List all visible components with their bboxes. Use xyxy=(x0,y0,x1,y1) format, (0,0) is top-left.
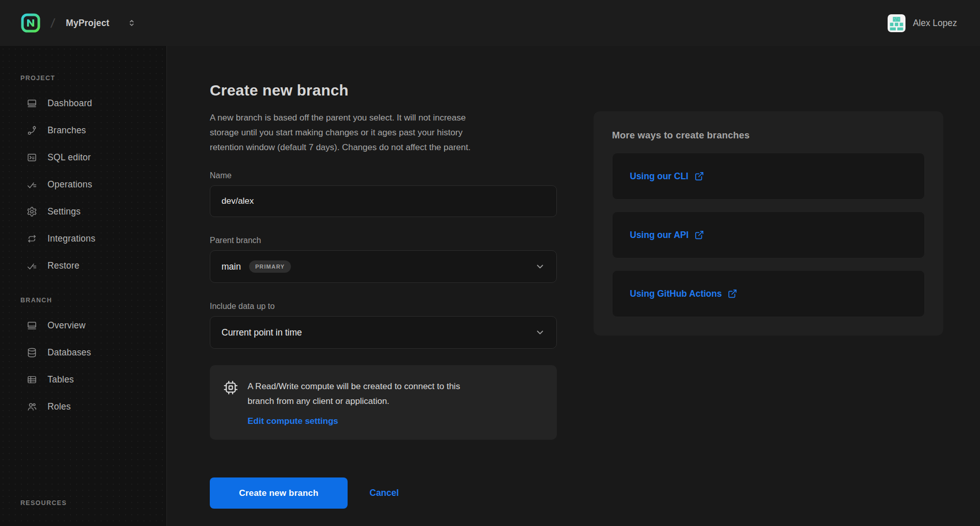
project-selector-button[interactable] xyxy=(127,18,137,28)
help-link-label: Using our CLI xyxy=(630,171,689,182)
gear-icon xyxy=(27,206,37,217)
database-icon xyxy=(27,347,37,358)
users-icon xyxy=(27,401,37,412)
user-name: Alex Lopez xyxy=(913,18,957,29)
sidebar-item-integrations[interactable]: Integrations xyxy=(20,225,166,252)
help-link-using-our-cli[interactable]: Using our CLI xyxy=(630,171,704,182)
include-data-select[interactable]: Current point in time xyxy=(210,316,557,349)
breadcrumb-separator: / xyxy=(50,16,56,31)
compute-info-box: A Read/Write compute will be created to … xyxy=(210,365,557,440)
window-icon xyxy=(27,98,37,109)
more-ways-title: More ways to create branches xyxy=(612,130,925,141)
sidebar-item-label: Restore xyxy=(47,260,80,271)
compute-note: A Read/Write compute will be created to … xyxy=(248,379,460,409)
sidebar-section-label: PROJECT xyxy=(20,75,166,82)
user-menu[interactable]: Alex Lopez xyxy=(888,14,957,32)
external-link-icon xyxy=(694,171,704,181)
sidebar-item-label: Integrations xyxy=(47,233,95,244)
help-link-using-github-actions[interactable]: Using GitHub Actions xyxy=(630,289,738,299)
parent-branch-label: Parent branch xyxy=(210,236,557,245)
branch-name-input[interactable] xyxy=(210,185,557,217)
help-cards: Using our CLIUsing our APIUsing GitHub A… xyxy=(612,153,925,317)
help-link-label: Using our API xyxy=(630,230,689,241)
sidebar-item-databases[interactable]: Databases xyxy=(20,339,166,366)
help-card-using-our-api[interactable]: Using our API xyxy=(612,211,925,258)
cancel-button[interactable]: Cancel xyxy=(370,488,399,498)
help-link-label: Using GitHub Actions xyxy=(630,289,722,299)
repeat-icon xyxy=(27,233,37,244)
sidebar-item-label: Operations xyxy=(47,179,92,190)
sidebar-section-resources: RESOURCES xyxy=(20,499,166,507)
sidebar-section-label: BRANCH xyxy=(20,297,166,304)
check-list-icon xyxy=(27,260,37,271)
top-header: / MyProject xyxy=(0,0,980,46)
sidebar-section-project: PROJECTDashboardBranchesSQL editorOperat… xyxy=(20,75,166,279)
page-description: A new branch is based off the parent you… xyxy=(210,110,557,155)
table-icon xyxy=(27,374,37,385)
name-label: Name xyxy=(210,171,557,180)
sidebar-item-sql-editor[interactable]: SQL editor xyxy=(20,144,166,171)
sidebar-item-roles[interactable]: Roles xyxy=(20,393,166,420)
chevron-down-icon xyxy=(535,327,545,338)
main-content: Create new branch A new branch is based … xyxy=(167,46,980,526)
sidebar-item-label: Settings xyxy=(47,206,81,217)
help-link-using-our-api[interactable]: Using our API xyxy=(630,230,704,241)
parent-branch-select[interactable]: main PRIMARY xyxy=(210,250,557,283)
parent-branch-value: main xyxy=(222,261,241,272)
sidebar-item-overview[interactable]: Overview xyxy=(20,312,166,339)
chevron-down-icon xyxy=(535,261,545,272)
terminal-icon xyxy=(27,152,37,163)
sidebar-item-restore[interactable]: Restore xyxy=(20,252,166,279)
window-icon xyxy=(27,320,37,331)
project-name: MyProject xyxy=(66,18,109,29)
sidebar-item-branches[interactable]: Branches xyxy=(20,117,166,144)
sidebar-item-label: Dashboard xyxy=(47,98,92,109)
sidebar-item-label: Overview xyxy=(47,320,86,331)
sidebar-item-label: Databases xyxy=(47,347,91,358)
sidebar-item-label: Branches xyxy=(47,125,86,136)
chevrons-up-down-icon xyxy=(127,18,137,28)
sidebar-section-branch: BRANCHOverviewDatabasesTablesRoles xyxy=(20,297,166,420)
external-link-icon xyxy=(727,289,738,299)
sidebar: PROJECTDashboardBranchesSQL editorOperat… xyxy=(0,46,167,526)
sidebar-item-label: Tables xyxy=(47,374,74,385)
edit-compute-settings-link[interactable]: Edit compute settings xyxy=(248,416,338,426)
git-branch-icon xyxy=(27,125,37,136)
help-card-using-our-cli[interactable]: Using our CLI xyxy=(612,153,925,200)
check-list-icon xyxy=(27,179,37,190)
sidebar-item-operations[interactable]: Operations xyxy=(20,171,166,198)
external-link-icon xyxy=(694,230,704,240)
sidebar-item-label: SQL editor xyxy=(47,152,91,163)
create-branch-button[interactable]: Create new branch xyxy=(210,477,348,509)
sidebar-item-settings[interactable]: Settings xyxy=(20,198,166,225)
help-card-using-github-actions[interactable]: Using GitHub Actions xyxy=(612,270,925,317)
include-data-value: Current point in time xyxy=(222,327,302,338)
primary-badge: PRIMARY xyxy=(249,260,291,273)
neon-logo-icon[interactable] xyxy=(20,13,41,33)
sidebar-item-dashboard[interactable]: Dashboard xyxy=(20,90,166,117)
more-ways-panel: More ways to create branches Using our C… xyxy=(594,111,943,336)
sidebar-item-label: Roles xyxy=(47,401,71,412)
page-title: Create new branch xyxy=(210,82,557,99)
include-data-label: Include data up to xyxy=(210,302,557,311)
avatar xyxy=(888,14,905,32)
sidebar-sections: PROJECTDashboardBranchesSQL editorOperat… xyxy=(20,75,166,420)
sidebar-item-tables[interactable]: Tables xyxy=(20,366,166,393)
cpu-icon xyxy=(223,380,238,395)
